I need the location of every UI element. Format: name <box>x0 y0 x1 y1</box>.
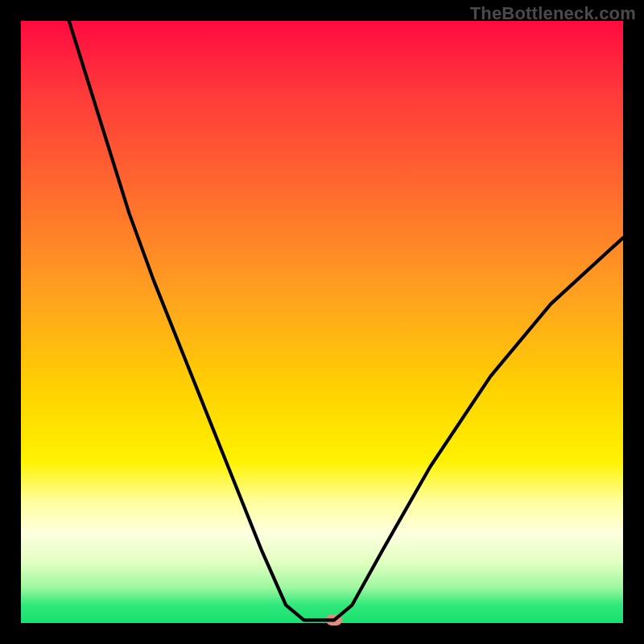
chart-container: TheBottleneck.com <box>0 0 644 644</box>
curve-path <box>69 21 623 620</box>
watermark-text: TheBottleneck.com <box>470 3 636 24</box>
bottleneck-curve <box>21 21 623 623</box>
plot-area <box>21 21 623 623</box>
